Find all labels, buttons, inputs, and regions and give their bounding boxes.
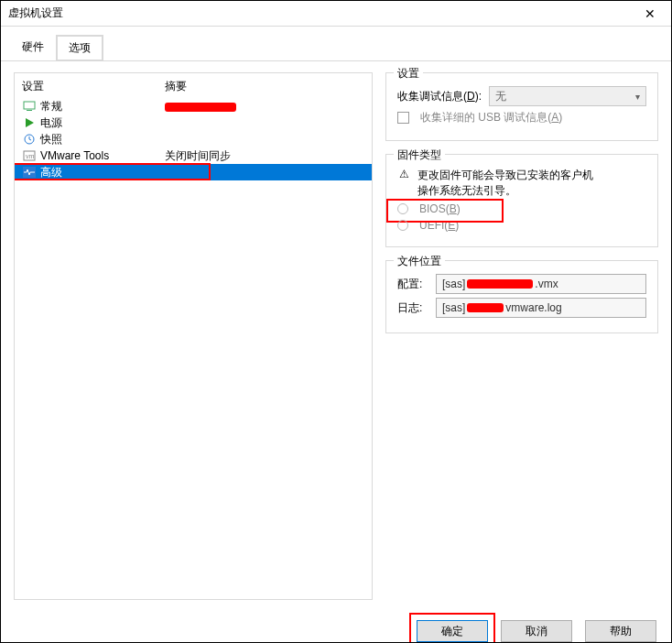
play-icon [22,116,37,129]
list-item-advanced[interactable]: 高级 [15,164,372,180]
config-path-label: 配置: [397,277,428,292]
settings-list-panel: 设置 摘要 常规 电源 快照 [14,72,373,600]
warning-icon: ⚠ [397,168,410,180]
tab-bar: 硬件 选项 [1,27,671,61]
usb-debug-label: 收集详细的 USB 调试信息(A) [420,110,562,125]
log-path-field[interactable]: [sas] vmware.log [436,298,646,318]
list-item-label: 电源 [40,115,165,131]
radio-uefi-label: UEFI(E) [419,219,459,232]
ok-button[interactable]: 确定 [417,620,488,642]
radio-bios[interactable] [397,203,408,214]
usb-debug-checkbox[interactable] [397,112,409,124]
group-file-location: 文件位置 配置: [sas] .vmx 日志: [sas] vmware.log [385,260,658,333]
combo-value: 无 [495,89,506,104]
list-item-label: VMware Tools [40,149,165,162]
group-title: 文件位置 [394,254,445,269]
help-button[interactable]: 帮助 [585,620,656,642]
pulse-icon [22,166,37,179]
debug-info-row: 收集调试信息(D): 无 ▾ [397,86,646,106]
svg-rect-1 [27,110,32,111]
monitor-icon [22,100,37,113]
group-settings: 设置 收集调试信息(D): 无 ▾ 收集详细的 USB 调试信息(A) [385,72,658,141]
firmware-warning-text: 更改固件可能会导致已安装的客户机 操作系统无法引导。 [417,168,593,199]
log-path-row: 日志: [sas] vmware.log [397,298,646,318]
list-item-vmware-tools[interactable]: vm VMware Tools 关闭时间同步 [15,147,372,164]
list-item-label: 高级 [40,165,165,180]
radio-bios-row[interactable]: BIOS(B) [397,202,646,215]
close-icon[interactable]: ✕ [629,1,671,27]
settings-list-header: 设置 摘要 [15,73,372,98]
firmware-warning: ⚠ 更改固件可能会导致已安装的客户机 操作系统无法引导。 [397,168,646,199]
tab-options[interactable]: 选项 [56,35,103,61]
settings-list: 常规 电源 快照 vm VMware [15,98,372,599]
debug-info-combo[interactable]: 无 ▾ [489,86,646,106]
content-area: 设置 摘要 常规 电源 快照 [1,61,671,611]
log-path-label: 日志: [397,300,428,316]
list-item-power[interactable]: 电源 [15,114,372,131]
list-item-general[interactable]: 常规 [15,98,372,114]
config-path-field[interactable]: [sas] .vmx [436,274,646,294]
dialog-buttons: 确定 取消 帮助 [1,611,671,643]
window-title: 虚拟机设置 [8,5,63,21]
list-item-summary [165,100,364,113]
right-panel: 设置 收集调试信息(D): 无 ▾ 收集详细的 USB 调试信息(A) 固件类型… [385,72,658,600]
cancel-button[interactable]: 取消 [501,620,572,642]
svg-marker-2 [26,118,34,127]
column-header-summary: 摘要 [165,79,364,94]
column-header-setting: 设置 [22,79,165,94]
debug-info-label: 收集调试信息(D): [397,89,482,104]
vm-icon: vm [22,149,37,162]
svg-rect-0 [24,102,35,109]
chevron-down-icon: ▾ [635,92,640,102]
titlebar: 虚拟机设置 ✕ [1,1,671,27]
list-item-label: 快照 [40,132,165,147]
list-item-label: 常规 [40,99,165,114]
group-firmware: 固件类型 ⚠ 更改固件可能会导致已安装的客户机 操作系统无法引导。 BIOS(B… [385,154,658,247]
group-title: 固件类型 [394,147,445,163]
list-item-summary: 关闭时间同步 [165,148,364,164]
list-item-snapshot[interactable]: 快照 [15,131,372,147]
clock-icon [22,133,37,146]
group-title: 设置 [394,66,423,82]
usb-debug-row: 收集详细的 USB 调试信息(A) [397,110,646,125]
radio-uefi[interactable] [397,220,408,231]
radio-bios-label: BIOS(B) [419,202,461,215]
tab-hardware[interactable]: 硬件 [10,35,56,61]
svg-text:vm: vm [26,153,35,159]
config-path-row: 配置: [sas] .vmx [397,274,646,294]
radio-uefi-row[interactable]: UEFI(E) [397,219,646,232]
